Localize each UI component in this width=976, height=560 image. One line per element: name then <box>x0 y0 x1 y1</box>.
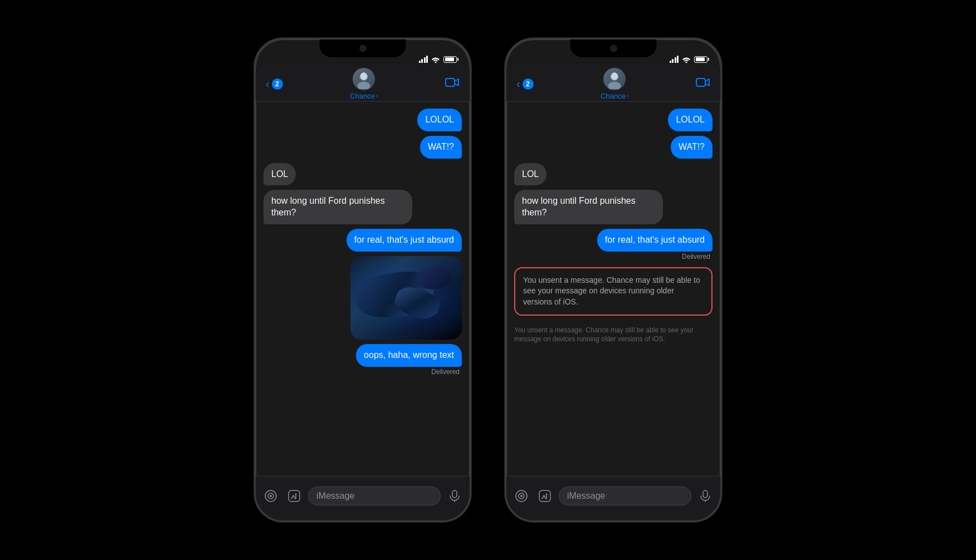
input-bar-left: iMessage <box>256 476 470 520</box>
avatar-left <box>353 68 375 90</box>
message-row-lol-r: LOL <box>514 163 713 186</box>
notch-right <box>570 40 657 57</box>
message-row-ford: how long until Ford punishes them? <box>263 190 462 224</box>
contact-center-left[interactable]: Chance › <box>350 68 378 100</box>
message-row-lol: LOL <box>263 163 462 186</box>
nav-bar-right: ‹ 2 Chance › <box>506 66 720 102</box>
bubble-oops: oops, haha, wrong text <box>356 344 462 367</box>
unsent-notification-plain: You unsent a message. Chance may still b… <box>514 322 713 348</box>
svg-point-16 <box>612 72 618 80</box>
video-button-right[interactable] <box>696 77 710 91</box>
back-chevron-right: ‹ <box>516 77 520 90</box>
battery-icon-left <box>443 56 458 63</box>
message-row-wat-r: WAT!? <box>514 136 713 159</box>
back-button-left[interactable]: ‹ 2 <box>266 77 283 90</box>
delivered-text-left: Delivered <box>431 368 460 376</box>
input-placeholder-right: iMessage <box>567 491 605 501</box>
status-icons-left <box>419 56 459 63</box>
camera-button-right[interactable] <box>512 487 531 505</box>
bubble-lolol-r: LOLOL <box>668 109 713 131</box>
wifi-icon-right <box>682 56 691 63</box>
back-badge-left: 2 <box>272 78 283 90</box>
signal-icon-left <box>419 56 428 63</box>
unsent-notification-highlighted: You unsent a message. Chance may still b… <box>514 267 713 316</box>
message-row-absurd-r: for real, that's just absurd Delivered <box>514 229 713 261</box>
svg-rect-11 <box>452 490 457 498</box>
camera-button-left[interactable] <box>261 487 280 505</box>
phones-container: ‹ 2 Chance › <box>254 38 722 522</box>
avatar-right <box>603 68 626 90</box>
wifi-icon-left <box>431 56 440 63</box>
nav-bar-left: ‹ 2 Chance › <box>256 66 470 102</box>
input-placeholder-left: iMessage <box>316 491 354 501</box>
message-row-lolol-r: LOLOL <box>514 109 713 131</box>
back-button-right[interactable]: ‹ 2 <box>516 77 534 90</box>
bubble-ford-r: how long until Ford punishes them? <box>514 190 663 224</box>
bubble-lolol: LOLOL <box>417 109 462 131</box>
bubble-lol: LOL <box>263 163 296 186</box>
svg-rect-18 <box>696 78 705 86</box>
svg-point-10 <box>295 493 297 495</box>
svg-rect-22 <box>539 490 550 502</box>
svg-point-23 <box>546 493 548 495</box>
contact-name-right[interactable]: Chance › <box>601 92 628 100</box>
status-icons-right <box>670 56 710 63</box>
svg-rect-5 <box>446 78 455 86</box>
delivered-text-right: Delivered <box>682 253 710 261</box>
back-chevron-left: ‹ <box>266 77 270 90</box>
camera-dot-left <box>359 45 366 52</box>
bubble-absurd-r: for real, that's just absurd <box>597 229 713 252</box>
input-bar-right: iMessage <box>506 476 720 520</box>
message-input-left[interactable]: iMessage <box>308 487 441 505</box>
messages-area-right: LOLOL WAT!? LOL how long until Ford puni… <box>506 102 720 476</box>
svg-point-3 <box>361 72 367 80</box>
signal-icon-right <box>670 56 679 63</box>
camera-dot-right <box>610 45 617 52</box>
message-row-ford-r: how long until Ford punishes them? <box>514 190 713 224</box>
mic-button-right[interactable] <box>696 487 715 505</box>
video-button-left[interactable] <box>445 77 460 91</box>
message-row-absurd: for real, that's just absurd <box>263 229 462 252</box>
bubble-wat: WAT!? <box>420 136 462 159</box>
svg-rect-24 <box>703 490 707 498</box>
message-row-image <box>263 256 462 340</box>
message-row-lolol: LOLOL <box>263 109 462 131</box>
battery-icon-right <box>694 56 709 63</box>
phone-right: ‹ 2 Chance › <box>505 38 722 522</box>
bubble-wat-r: WAT!? <box>671 136 713 159</box>
phone-left: ‹ 2 Chance › <box>254 38 471 522</box>
appstore-button-left[interactable] <box>285 487 304 505</box>
svg-point-8 <box>270 495 272 497</box>
contact-chevron-left: › <box>376 92 378 99</box>
bubble-ford: how long until Ford punishes them? <box>263 190 412 224</box>
bubble-lol-r: LOL <box>514 163 546 186</box>
contact-center-right[interactable]: Chance › <box>601 68 628 100</box>
bubble-absurd: for real, that's just absurd <box>347 229 462 252</box>
messages-area-left: LOLOL WAT!? LOL how long until Ford puni… <box>256 102 470 476</box>
message-row-oops: oops, haha, wrong text Delivered <box>263 344 462 376</box>
mic-button-left[interactable] <box>445 487 464 505</box>
svg-rect-9 <box>289 490 300 502</box>
notch-left <box>320 40 406 57</box>
message-input-right[interactable]: iMessage <box>559 487 691 505</box>
appstore-button-right[interactable] <box>535 487 554 505</box>
message-row-wat: WAT!? <box>263 136 462 159</box>
contact-chevron-right: › <box>627 92 629 99</box>
svg-point-21 <box>520 495 523 497</box>
contact-name-left[interactable]: Chance › <box>350 92 378 100</box>
image-message-left <box>350 256 462 340</box>
back-badge-right: 2 <box>523 78 534 90</box>
